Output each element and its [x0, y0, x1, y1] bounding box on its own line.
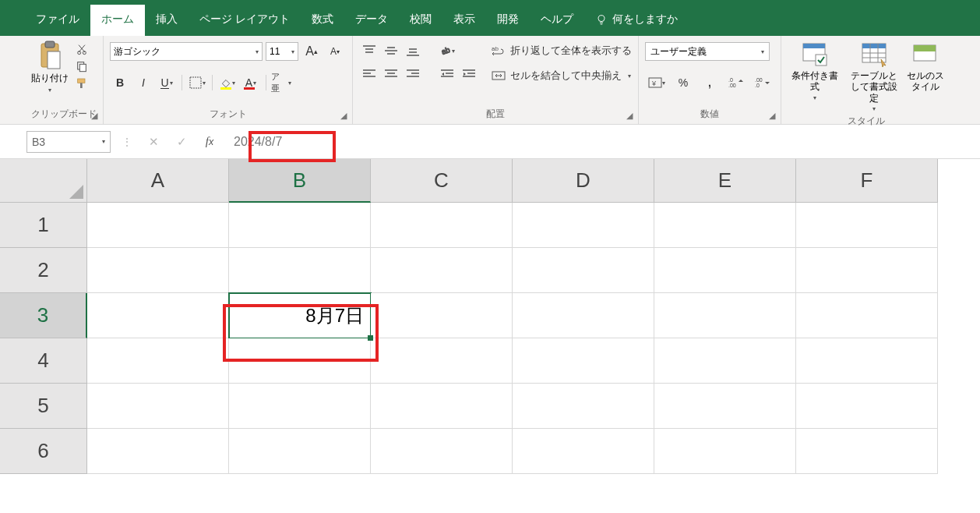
column-header[interactable]: D [513, 159, 654, 203]
tab-help[interactable]: ヘルプ [530, 5, 584, 36]
row-header[interactable]: 1 [0, 203, 87, 248]
insert-function-button[interactable]: fx [199, 133, 220, 151]
bold-button[interactable]: B [110, 73, 130, 92]
tab-file[interactable]: ファイル [25, 5, 90, 36]
dialog-launcher-clipboard[interactable]: ◢ [89, 110, 100, 121]
tell-me-search[interactable]: 何をしますか [584, 5, 689, 36]
dialog-launcher-number[interactable]: ◢ [767, 110, 777, 121]
orientation-button[interactable]: ab▾ [437, 42, 457, 59]
dialog-launcher-alignment[interactable]: ◢ [624, 110, 635, 121]
cell[interactable] [87, 429, 229, 474]
tab-home[interactable]: ホーム [90, 5, 145, 36]
cell[interactable] [513, 248, 654, 293]
cell[interactable] [371, 248, 513, 293]
tab-page-layout[interactable]: ページ レイアウト [189, 5, 301, 36]
wrap-text-button[interactable]: ab 折り返して全体を表示する [492, 41, 632, 61]
cell[interactable] [229, 429, 371, 474]
row-header[interactable]: 2 [0, 248, 87, 293]
row-header[interactable]: 4 [0, 338, 87, 384]
grow-font-button[interactable]: A▴ [301, 42, 322, 61]
cell[interactable] [229, 338, 371, 384]
underline-button[interactable]: U▾ [157, 73, 177, 92]
percent-format-button[interactable]: % [672, 73, 695, 92]
column-header[interactable]: B [229, 159, 371, 203]
cell[interactable] [513, 338, 654, 384]
decrease-decimal-button[interactable]: .00.0 [751, 73, 774, 92]
cell[interactable] [796, 203, 938, 248]
column-header[interactable]: A [87, 159, 229, 203]
cell[interactable] [513, 429, 654, 474]
formula-input[interactable]: 2024/8/7 [227, 131, 288, 153]
cell[interactable] [87, 338, 229, 384]
align-left-button[interactable] [359, 65, 379, 83]
cell[interactable] [654, 203, 796, 248]
cell[interactable] [87, 293, 229, 338]
cancel-button[interactable]: ✕ [143, 133, 164, 151]
row-header[interactable]: 3 [0, 293, 87, 338]
number-format-select[interactable]: ユーザー定義 ▾ [645, 42, 770, 61]
merge-center-button[interactable]: セルを結合して中央揃え ▾ [492, 65, 632, 86]
cell[interactable] [371, 429, 513, 474]
cell[interactable] [371, 203, 513, 248]
cell[interactable] [371, 293, 513, 338]
align-center-button[interactable] [381, 65, 401, 83]
cell[interactable] [513, 203, 654, 248]
cell[interactable] [513, 293, 654, 338]
column-header[interactable]: F [796, 159, 938, 203]
copy-button[interactable] [73, 59, 90, 73]
font-name-select[interactable]: 游ゴシック ▾ [110, 42, 263, 61]
cell[interactable] [654, 384, 796, 429]
cut-button[interactable] [73, 42, 90, 56]
tab-formulas[interactable]: 数式 [301, 5, 344, 36]
column-header[interactable]: E [654, 159, 796, 203]
cell[interactable] [371, 338, 513, 384]
tab-insert[interactable]: 挿入 [145, 5, 189, 36]
cell[interactable] [654, 429, 796, 474]
tab-data[interactable]: データ [344, 5, 399, 36]
dialog-launcher-font[interactable]: ◢ [338, 110, 349, 121]
font-color-button[interactable]: A ▾ [241, 73, 261, 92]
select-all-corner[interactable] [0, 159, 87, 203]
cell[interactable] [796, 293, 938, 338]
fill-color-button[interactable]: ▾ [217, 73, 238, 92]
cell[interactable] [371, 384, 513, 429]
column-header[interactable]: C [371, 159, 513, 203]
conditional-formatting-button[interactable]: 条件付き書式 ▾ [788, 42, 842, 101]
fill-handle[interactable] [368, 335, 373, 341]
accounting-format-button[interactable]: ¥▾ [645, 73, 668, 92]
enter-button[interactable]: ✓ [171, 133, 192, 151]
tab-view[interactable]: 表示 [442, 5, 486, 36]
row-header[interactable]: 6 [0, 429, 87, 474]
cell[interactable] [796, 429, 938, 474]
cell[interactable] [654, 248, 796, 293]
decrease-indent-button[interactable] [437, 65, 457, 83]
cell[interactable] [513, 384, 654, 429]
cell[interactable] [796, 384, 938, 429]
cell[interactable]: 8月7日 [229, 293, 371, 338]
format-as-table-button[interactable]: テーブルとして書式設定 ▾ [847, 42, 901, 113]
format-painter-button[interactable] [73, 76, 90, 90]
tab-developer[interactable]: 開発 [486, 5, 530, 36]
cell[interactable] [87, 248, 229, 293]
cell[interactable] [229, 248, 371, 293]
comma-format-button[interactable]: , [698, 73, 721, 92]
cell[interactable] [87, 203, 229, 248]
cell[interactable] [229, 384, 371, 429]
align-middle-button[interactable] [381, 42, 401, 59]
name-box[interactable]: B3 ▾ [26, 131, 111, 153]
cell[interactable] [796, 248, 938, 293]
cell[interactable] [87, 384, 229, 429]
font-size-select[interactable]: 11 ▾ [266, 42, 298, 61]
align-right-button[interactable] [403, 65, 423, 83]
increase-indent-button[interactable] [459, 65, 479, 83]
cell[interactable] [796, 338, 938, 384]
italic-button[interactable]: I [133, 73, 153, 92]
row-header[interactable]: 5 [0, 384, 87, 429]
cell[interactable] [229, 203, 371, 248]
shrink-font-button[interactable]: A▾ [325, 42, 345, 61]
tab-review[interactable]: 校閲 [399, 5, 442, 36]
align-top-button[interactable] [359, 42, 379, 59]
cell-styles-button[interactable]: セルのスタイル [906, 42, 945, 93]
increase-decimal-button[interactable]: .0.00 [724, 73, 748, 92]
cell[interactable] [654, 338, 796, 384]
